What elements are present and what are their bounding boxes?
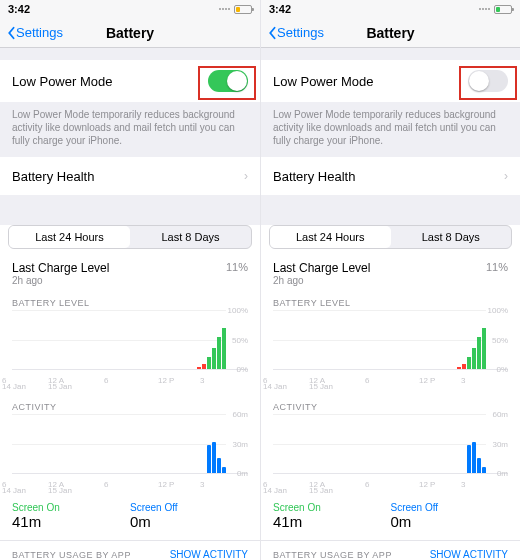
last-charge-row: Last Charge Level 2h ago 11%	[0, 257, 260, 294]
status-bar: 3:42	[0, 0, 260, 18]
usage-by-app-label: BATTERY USAGE BY APP	[273, 550, 392, 560]
screen-on-value: 41m	[273, 513, 391, 530]
low-power-mode-row: Low Power Mode	[0, 60, 260, 102]
show-activity-button[interactable]: SHOW ACTIVITY	[170, 549, 248, 560]
usage-summary: Screen On 41m Screen Off 0m	[261, 496, 520, 540]
screen-off-value: 0m	[130, 513, 248, 530]
status-time: 3:42	[8, 3, 30, 15]
last-charge-title: Last Charge Level	[273, 261, 370, 275]
last-charge-pct: 11%	[226, 261, 248, 273]
battery-level-label: BATTERY LEVEL	[273, 298, 508, 308]
x-axis: 6 12 A 6 12 P 3 14 Jan 15 Jan	[0, 374, 260, 392]
status-bar: 3:42	[261, 0, 520, 18]
activity-label: ACTIVITY	[273, 402, 508, 412]
battery-level-label: BATTERY LEVEL	[12, 298, 248, 308]
screen-off-label: Screen Off	[391, 502, 509, 513]
usage-by-app-header: BATTERY USAGE BY APP SHOW ACTIVITY	[261, 540, 520, 560]
activity-chart: ACTIVITY 60m 30m 0m	[261, 392, 520, 478]
activity-label: ACTIVITY	[12, 402, 248, 412]
battery-icon	[494, 5, 512, 14]
show-activity-button[interactable]: SHOW ACTIVITY	[430, 549, 508, 560]
battery-health-label: Battery Health	[273, 169, 355, 184]
chevron-right-icon: ›	[244, 169, 248, 183]
screen-on-value: 41m	[12, 513, 130, 530]
screen-off-value: 0m	[391, 513, 509, 530]
last-charge-row: Last Charge Level 2h ago 11%	[261, 257, 520, 294]
screenshot-right: 3:42 Settings Battery Low Power Mode Low…	[260, 0, 520, 560]
activity-chart: ACTIVITY 60m 30m 0m	[0, 392, 260, 478]
navbar: Settings Battery	[0, 18, 260, 48]
x-axis-2: 6 12 A 6 12 P 3 14 Jan 15 Jan	[261, 478, 520, 496]
chevron-right-icon: ›	[504, 169, 508, 183]
signal-dots-icon	[219, 8, 230, 10]
battery-icon	[234, 5, 252, 14]
back-label: Settings	[16, 25, 63, 40]
last-charge-title: Last Charge Level	[12, 261, 109, 275]
usage-summary: Screen On 41m Screen Off 0m	[0, 496, 260, 540]
seg-last-24h[interactable]: Last 24 Hours	[270, 226, 391, 248]
lpm-toggle[interactable]	[468, 70, 508, 92]
lpm-description: Low Power Mode temporarily reduces backg…	[261, 102, 520, 157]
seg-last-24h[interactable]: Last 24 Hours	[9, 226, 130, 248]
last-charge-pct: 11%	[486, 261, 508, 273]
screen-on-label: Screen On	[273, 502, 391, 513]
time-range-segmented[interactable]: Last 24 Hours Last 8 Days	[269, 225, 512, 249]
status-time: 3:42	[269, 3, 291, 15]
battery-level-chart: BATTERY LEVEL 100% 50% 0%	[0, 294, 260, 374]
usage-by-app-header: BATTERY USAGE BY APP SHOW ACTIVITY	[0, 540, 260, 560]
screen-on-label: Screen On	[12, 502, 130, 513]
lpm-description: Low Power Mode temporarily reduces backg…	[0, 102, 260, 157]
back-button[interactable]: Settings	[267, 25, 324, 40]
low-power-mode-row: Low Power Mode	[261, 60, 520, 102]
last-charge-sub: 2h ago	[12, 275, 109, 286]
battery-health-label: Battery Health	[12, 169, 94, 184]
last-charge-sub: 2h ago	[273, 275, 370, 286]
screen-off-label: Screen Off	[130, 502, 248, 513]
time-range-segmented[interactable]: Last 24 Hours Last 8 Days	[8, 225, 252, 249]
back-button[interactable]: Settings	[6, 25, 63, 40]
lpm-label: Low Power Mode	[273, 74, 373, 89]
x-axis: 6 12 A 6 12 P 3 14 Jan 15 Jan	[261, 374, 520, 392]
signal-dots-icon	[479, 8, 490, 10]
battery-health-row[interactable]: Battery Health ›	[0, 157, 260, 195]
lpm-toggle[interactable]	[208, 70, 248, 92]
back-label: Settings	[277, 25, 324, 40]
chevron-left-icon	[6, 26, 16, 40]
page-title: Battery	[106, 25, 154, 41]
x-axis-2: 6 12 A 6 12 P 3 14 Jan 15 Jan	[0, 478, 260, 496]
navbar: Settings Battery	[261, 18, 520, 48]
screenshot-left: 3:42 Settings Battery Low Power Mode Low…	[0, 0, 260, 560]
seg-last-8d[interactable]: Last 8 Days	[391, 226, 512, 248]
lpm-label: Low Power Mode	[12, 74, 112, 89]
battery-health-row[interactable]: Battery Health ›	[261, 157, 520, 195]
battery-level-chart: BATTERY LEVEL 100% 50% 0%	[261, 294, 520, 374]
seg-last-8d[interactable]: Last 8 Days	[130, 226, 251, 248]
page-title: Battery	[366, 25, 414, 41]
chevron-left-icon	[267, 26, 277, 40]
usage-by-app-label: BATTERY USAGE BY APP	[12, 550, 131, 560]
